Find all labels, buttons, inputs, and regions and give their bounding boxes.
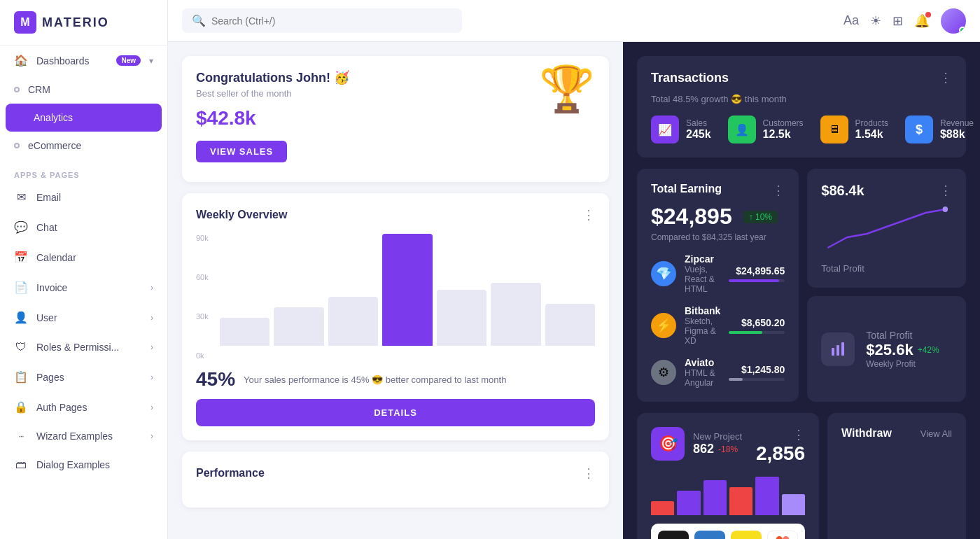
weekly-profit-card: Total Profit $25.6k +42% Weekly Profit [807, 296, 966, 402]
earning-item-zipcar: 💎 Zipcar Vuejs, React & HTML $24,895.65 [651, 253, 785, 294]
weekly-profit-sublabel: Weekly Profit [866, 359, 939, 369]
earning-item-aviato: ⚙ Aviato HTML & Angular $1,245.80 [651, 357, 785, 388]
mini-bar [782, 494, 805, 515]
sidebar-item-invoice[interactable]: 📄 Invoice › [0, 272, 167, 302]
chevron-right-icon3: › [150, 342, 153, 352]
bitbank-name: Bitbank [685, 305, 720, 316]
earning-menu-icon[interactable]: ⋮ [772, 183, 785, 198]
chat-label: Chat [36, 222, 153, 233]
total-profit-chart-card: $86.4k ⋮ Total Profit [807, 169, 966, 288]
sidebar-item-chat[interactable]: 💬 Chat [0, 212, 167, 242]
translate-icon[interactable]: Aa [844, 13, 859, 28]
dialog-icon: 🗃 [14, 458, 28, 471]
congrats-card: Congratulations John! 🥳 Best seller of t… [182, 56, 609, 182]
bitbank-info: Bitbank Sketch, Figma & XD [685, 305, 720, 346]
mini-bars [651, 473, 805, 515]
chart-bar [437, 290, 486, 346]
sales-label: Sales [686, 118, 711, 128]
sidebar-item-email[interactable]: ✉ Email [0, 182, 167, 212]
weekly-footer: 45% Your sales performance is 45% 😎 bett… [196, 368, 595, 391]
avatar-online-dot [959, 27, 966, 34]
grid-icon[interactable]: ⊞ [892, 13, 903, 29]
bar-chart-icon [821, 332, 855, 366]
performance-title: Performance [196, 467, 265, 479]
logo-icon: M [14, 11, 36, 34]
chart-y-axis: 90k 60k 30k 0k [196, 234, 214, 360]
sidebar-item-calendar[interactable]: 📅 Calendar [0, 242, 167, 272]
customers-label: Customers [763, 118, 804, 128]
aviato-amount: $1,245.80 [729, 364, 785, 375]
invoice-label: Invoice [36, 282, 142, 293]
project-icon: 🎯 [651, 427, 685, 461]
revenue-icon: $ [905, 115, 933, 144]
sidebar-item-user[interactable]: 👤 User › [0, 302, 167, 332]
pages-label: Pages [36, 372, 142, 383]
figma-logo [767, 531, 798, 539]
mini-bar [651, 501, 674, 515]
transactions-menu-icon[interactable]: ⋮ [939, 70, 952, 85]
avatar[interactable] [941, 8, 966, 34]
sun-icon[interactable]: ☀ [870, 13, 881, 29]
project-menu-icon[interactable]: ⋮ [756, 427, 805, 442]
sidebar-item-roles[interactable]: 🛡 Roles & Permissi... › [0, 332, 167, 362]
sidebar-item-crm[interactable]: CRM [0, 76, 167, 104]
project-badge: -18% [718, 444, 738, 454]
search-input[interactable] [211, 15, 452, 27]
svg-rect-2 [836, 345, 839, 356]
mini-bar [729, 487, 752, 515]
sidebar-item-dashboards[interactable]: 🏠 Dashboards New ▾ [0, 46, 167, 76]
aviato-logo: ⚙ [651, 360, 676, 385]
stat-customers: 👤 Customers 12.5k [728, 115, 804, 144]
panel-left: Congratulations John! 🥳 Best seller of t… [168, 42, 623, 539]
profit-menu-icon[interactable]: ⋮ [939, 183, 952, 198]
roles-label: Roles & Permissi... [36, 342, 142, 353]
earning-title: Total Earning [651, 183, 722, 195]
details-button[interactable]: DETAILS [196, 399, 595, 426]
congrats-subtitle: Best seller of the month [196, 88, 595, 99]
sidebar-item-dialog[interactable]: 🗃 Dialog Examples [0, 450, 167, 479]
chart-bar [328, 297, 378, 346]
project-header: 🎯 New Project 862 -18% [651, 427, 742, 461]
bitbank-amount: $8,650.20 [729, 317, 785, 328]
congrats-title: Congratulations John! 🥳 [196, 70, 595, 85]
user-label: User [36, 312, 142, 323]
mini-bar [677, 491, 700, 515]
earning-amount: $24,895 [651, 204, 732, 230]
stat-revenue: $ Revenue $88k [905, 115, 974, 144]
search-bar[interactable]: 🔍 [182, 8, 462, 33]
zipcar-progress-fill [729, 279, 779, 282]
new-project-card: 🎯 New Project 862 -18% ⋮ 2,85 [637, 413, 819, 539]
withdraw-card: Withdraw View All [827, 413, 966, 539]
sidebar-item-pages[interactable]: 📋 Pages › [0, 362, 167, 392]
panel-right: Transactions ⋮ Total 48.5% growth 😎 this… [623, 42, 980, 539]
chart-bar [382, 234, 432, 346]
bitbank-amount-col: $8,650.20 [729, 317, 785, 334]
project-value: 862 [693, 442, 714, 456]
withdraw-view-all[interactable]: View All [920, 428, 952, 439]
chevron-down-icon: ▾ [149, 56, 153, 66]
logo-area: M MATERIO [0, 0, 167, 46]
home-icon: 🏠 [14, 54, 28, 67]
javascript-logo: JS [731, 531, 762, 539]
weekly-footer-text: Your sales performance is 45% 😎 better c… [244, 374, 506, 385]
wizard-icon: ··· [14, 431, 28, 441]
bell-icon[interactable]: 🔔 [914, 13, 930, 29]
chevron-right-icon5: › [150, 402, 153, 412]
aviato-sub: HTML & Angular [685, 368, 720, 388]
mini-bar [755, 477, 778, 515]
weekly-profit-value: $25.6k [866, 341, 913, 359]
view-sales-button[interactable]: VIEW SALES [196, 141, 287, 162]
sidebar-item-wizard[interactable]: ··· Wizard Examples › [0, 422, 167, 450]
main-area: 🔍 Aa ☀ ⊞ 🔔 Congratulations John! [168, 0, 980, 539]
performance-card: Performance ⋮ [182, 451, 609, 507]
performance-menu-icon[interactable]: ⋮ [582, 465, 595, 481]
weekly-menu-icon[interactable]: ⋮ [582, 207, 595, 223]
crm-label: CRM [28, 84, 153, 95]
sidebar-item-auth[interactable]: 🔒 Auth Pages › [0, 392, 167, 422]
bottom-row: 🎯 New Project 862 -18% ⋮ 2,85 [637, 413, 966, 539]
sidebar: M MATERIO 🏠 Dashboards New ▾ CRM Analyti… [0, 0, 168, 539]
profit-line-chart [821, 199, 952, 255]
sidebar-item-analytics[interactable]: Analytics [6, 104, 162, 132]
sidebar-item-ecommerce[interactable]: eCommerce [0, 132, 167, 160]
sales-value: 245k [686, 128, 711, 141]
